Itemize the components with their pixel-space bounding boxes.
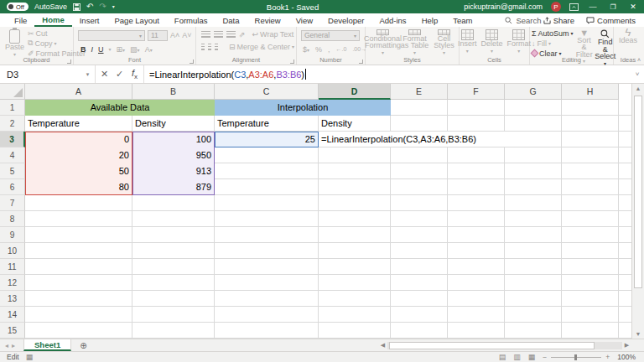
row-header-1[interactable]: 1 <box>0 100 25 116</box>
align-left-icon[interactable] <box>201 44 205 50</box>
normal-view-icon[interactable]: ▤ <box>499 353 506 361</box>
formula-bar-expand-icon[interactable]: ˅ <box>631 65 644 83</box>
ribbon-tab-add-ins[interactable]: Add-ins <box>371 13 413 27</box>
cell-styles-button[interactable]: Cell Styles▾ <box>432 28 457 56</box>
column-header-A[interactable]: A <box>25 84 132 100</box>
account-email[interactable]: pickuptrain@gmail.com <box>464 3 543 11</box>
insert-function-icon[interactable]: fx <box>127 68 142 80</box>
font-dialog-launcher[interactable] <box>190 59 194 64</box>
increase-decimal-icon[interactable]: ←.0 <box>336 46 347 52</box>
name-box[interactable]: D3 <box>0 65 80 83</box>
ribbon-tab-help[interactable]: Help <box>414 13 446 27</box>
align-middle-icon[interactable] <box>214 31 223 38</box>
merge-center-button[interactable]: ⊟Merge & Center▾ <box>229 42 294 51</box>
cell-A6[interactable]: 80 <box>25 179 132 195</box>
cells-area[interactable]: Available DataInterpolationTemperatureDe… <box>25 100 631 339</box>
formula-input[interactable]: =LinearInterpolation(C3,A3:A6,B3:B6) <box>144 65 631 83</box>
undo-icon[interactable]: ↶ <box>86 3 93 11</box>
row-header-5[interactable]: 5 <box>0 163 25 179</box>
conditional-formatting-button[interactable]: Conditional Formatting▾ <box>368 28 398 56</box>
cell-A2[interactable]: Temperature <box>25 116 132 132</box>
share-button[interactable]: Share <box>543 16 574 25</box>
column-header-E[interactable]: E <box>391 84 448 100</box>
font-color-icon[interactable]: A▾ <box>145 45 153 54</box>
scroll-down-icon[interactable]: ▼ <box>632 331 644 337</box>
cell-B5[interactable]: 913 <box>132 163 215 179</box>
scroll-right-icon[interactable]: ▶ <box>622 342 631 349</box>
align-right-icon[interactable] <box>215 44 218 50</box>
format-cells-button[interactable]: Format▾ <box>507 28 532 56</box>
cell-B6[interactable]: 879 <box>132 179 215 195</box>
horizontal-scroll-thumb[interactable] <box>389 342 595 349</box>
accounting-format-icon[interactable]: $▾ <box>303 45 309 54</box>
row-header-12[interactable]: 12 <box>0 275 25 291</box>
comments-button[interactable]: Comments <box>586 16 636 25</box>
number-dialog-launcher[interactable] <box>359 59 363 64</box>
bold-button[interactable]: B <box>80 45 86 54</box>
page-layout-view-icon[interactable]: ▥ <box>513 353 521 361</box>
worksheet-grid[interactable]: ABCDEFGH 123456789101112131415 Available… <box>0 84 631 339</box>
cell-B3[interactable]: 100 <box>132 132 215 147</box>
scroll-left-icon[interactable]: ◀ <box>378 342 387 349</box>
cell-D3[interactable]: =LinearInterpolation(C3,A3:A6,B3:B6) <box>319 132 517 147</box>
select-all-corner[interactable] <box>0 84 25 100</box>
align-center-icon[interactable] <box>208 44 211 50</box>
page-break-view-icon[interactable]: ▦ <box>528 353 536 361</box>
orientation-icon[interactable]: ⇗ <box>239 30 246 39</box>
ribbon-tab-view[interactable]: View <box>288 13 320 27</box>
vertical-scrollbar[interactable]: ▲ ▼ <box>631 84 644 339</box>
row-header-3[interactable]: 3 <box>0 132 25 147</box>
ribbon-tab-developer[interactable]: Developer <box>320 13 371 27</box>
fill-color-icon[interactable]: ▨▾ <box>130 45 140 54</box>
borders-icon[interactable]: ⊞▾ <box>117 45 126 54</box>
underline-button[interactable]: U <box>98 45 104 54</box>
sheet-nav-arrows[interactable]: ◂▸ <box>0 342 23 349</box>
column-header-D[interactable]: D <box>319 84 391 100</box>
column-header-G[interactable]: G <box>505 84 562 100</box>
comma-style-icon[interactable]: , <box>328 45 330 54</box>
minimize-button[interactable]: — <box>587 3 599 11</box>
align-bottom-icon[interactable] <box>226 31 236 38</box>
insert-cells-button[interactable]: Insert▾ <box>458 28 477 56</box>
row-header-10[interactable]: 10 <box>0 243 25 259</box>
fill-button[interactable]: ↓Fill▾ <box>532 39 574 48</box>
row-header-4[interactable]: 4 <box>0 147 25 163</box>
quick-access-caret-icon[interactable]: ▾ <box>112 3 115 11</box>
sheet-tab-sheet1[interactable]: Sheet1 <box>23 339 71 351</box>
column-header-B[interactable]: B <box>132 84 215 100</box>
increase-font-icon[interactable]: A˄ <box>170 31 179 39</box>
ribbon-tab-team[interactable]: Team <box>445 13 480 27</box>
ribbon-tab-insert[interactable]: Insert <box>72 13 107 27</box>
save-icon[interactable] <box>73 3 80 11</box>
collapse-ribbon-icon[interactable]: ˄ <box>637 57 641 63</box>
ribbon-tab-file[interactable]: File <box>7 13 34 27</box>
row-header-2[interactable]: 2 <box>0 116 25 132</box>
ribbon-display-options-icon[interactable] <box>569 3 579 11</box>
cancel-entry-icon[interactable]: ✕ <box>97 69 112 80</box>
name-box-caret-icon[interactable]: ▾ <box>80 65 96 83</box>
cell-C2[interactable]: Temperature <box>215 116 319 132</box>
format-as-table-button[interactable]: Format as Table▾ <box>401 28 429 56</box>
row-header-15[interactable]: 15 <box>0 323 25 339</box>
row-header-11[interactable]: 11 <box>0 259 25 275</box>
restore-button[interactable]: ❐ <box>607 3 619 11</box>
delete-cells-button[interactable]: Delete▾ <box>481 28 503 56</box>
font-name-select[interactable]: ▾ <box>78 30 145 41</box>
autosave-toggle[interactable]: Off <box>7 3 29 11</box>
column-header-H[interactable]: H <box>562 84 619 100</box>
available-data-header[interactable]: Available Data <box>25 100 215 116</box>
ribbon-tab-page-layout[interactable]: Page Layout <box>106 13 166 27</box>
enter-entry-icon[interactable]: ✓ <box>112 69 127 80</box>
decrease-font-icon[interactable]: A˅ <box>182 31 191 39</box>
ribbon-tab-formulas[interactable]: Formulas <box>167 13 216 27</box>
zoom-slider[interactable]: − + <box>543 353 610 361</box>
row-header-13[interactable]: 13 <box>0 291 25 307</box>
wrap-text-button[interactable]: ↩Wrap Text <box>252 29 294 39</box>
vertical-scroll-thumb[interactable] <box>634 96 642 288</box>
scroll-up-icon[interactable]: ▲ <box>632 85 644 91</box>
zoom-out-icon[interactable]: − <box>543 353 547 361</box>
cell-B2[interactable]: Density <box>132 116 215 132</box>
zoom-knob[interactable] <box>574 354 577 360</box>
cell-C3[interactable]: 25 <box>215 132 319 147</box>
row-header-7[interactable]: 7 <box>0 195 25 211</box>
